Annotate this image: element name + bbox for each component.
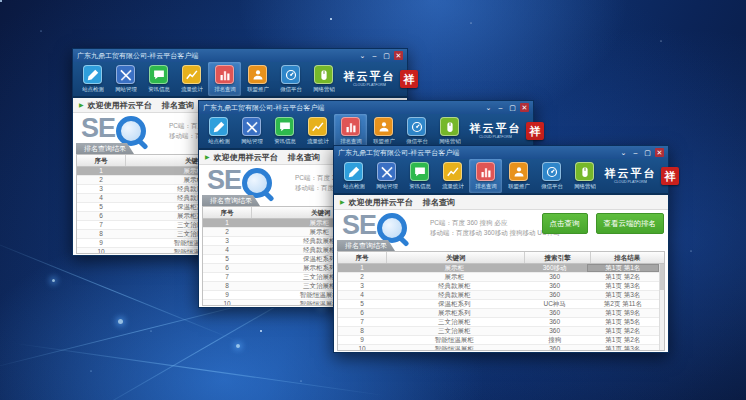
table-row[interactable]: 4经典款展柜360第1页 第3名 bbox=[338, 291, 659, 300]
cell-no: 1 bbox=[77, 167, 125, 175]
toolbar-items: 站点检测网站管理资讯信息流量统计排名查询联盟推广微信平台网络营销 bbox=[76, 62, 340, 96]
tab-rank-results[interactable]: 排名查询结果 bbox=[76, 143, 134, 154]
magnifier-icon bbox=[377, 213, 407, 243]
minimize-button[interactable]: – bbox=[370, 51, 379, 60]
content-area: SE 点击查询 全面领先 PC端：百度 360 搜狗 必应 移动端：百度移动 3… bbox=[334, 210, 668, 352]
toolbar-item-traffic-stats[interactable]: 流量统计 bbox=[175, 62, 208, 96]
toolbar-item-alliance-promo[interactable]: 联盟推广 bbox=[241, 62, 274, 96]
skin-button[interactable]: ⌄ bbox=[358, 51, 367, 60]
brand-name: 祥云平台 bbox=[468, 123, 523, 134]
seo-logo-text: SE bbox=[342, 212, 376, 239]
mouse-icon bbox=[575, 162, 594, 181]
toolbar-item-site-check[interactable]: 站点检测 bbox=[76, 62, 109, 96]
cell-no: 2 bbox=[338, 273, 386, 281]
toolbar-item-alliance-promo[interactable]: 联盟推广 bbox=[367, 114, 400, 148]
engine-list: PC端：百度 360 搜狗 必应 移动端：百度移动 360移动 搜狗移动 UC神… bbox=[430, 218, 560, 238]
window-title: 广东九鼎工贸有限公司-祥云平台客户端 bbox=[77, 49, 358, 62]
table-row[interactable]: 1展示柜360移动第1页 第1名 bbox=[338, 264, 659, 273]
cell-keyword: 展示柜系列 bbox=[386, 309, 522, 317]
line-chart-icon bbox=[182, 65, 201, 84]
cell-no: 10 bbox=[77, 248, 125, 253]
toolbar-item-net-marketing[interactable]: 网络营销 bbox=[568, 159, 601, 193]
pencil-icon bbox=[83, 65, 102, 84]
engine-list-mobile: 移动端：百度移动 360移动 搜狗移动 UC神马 bbox=[430, 228, 560, 238]
rank-results-table: 序号关键词搜索引擎排名结果 1展示柜360移动第1页 第1名2展示柜360第1页… bbox=[337, 251, 665, 351]
toolbar-item-site-manage[interactable]: 网站管理 bbox=[109, 62, 142, 96]
toolbar-item-site-check[interactable]: 站点检测 bbox=[337, 159, 370, 193]
toolbar-item-wechat-platform[interactable]: 微信平台 bbox=[274, 62, 307, 96]
cell-no: 6 bbox=[338, 309, 386, 317]
cell-no: 8 bbox=[338, 327, 386, 335]
table-scrollbar[interactable] bbox=[659, 264, 664, 350]
table-row[interactable]: 7三文治展柜360第1页 第5名 bbox=[338, 318, 659, 327]
brand-logo: 祥云平台 CLOUD PLATFORM 祥 bbox=[466, 114, 546, 148]
tab-rank-results[interactable]: 排名查询结果 bbox=[337, 240, 395, 251]
query-button[interactable]: 点击查询 bbox=[542, 213, 588, 234]
toolbar-item-traffic-stats[interactable]: 流量统计 bbox=[436, 159, 469, 193]
toolbar-item-traffic-stats[interactable]: 流量统计 bbox=[301, 114, 334, 148]
cell-keyword: 智能恒温展柜 bbox=[386, 345, 522, 350]
minimize-button[interactable]: – bbox=[631, 148, 640, 157]
toolbar-item-rank-query[interactable]: 排名查询 bbox=[334, 114, 367, 148]
brand-seal-icon: 祥 bbox=[526, 122, 544, 140]
minimize-button[interactable]: – bbox=[496, 103, 505, 112]
toolbar-items: 站点检测网站管理资讯信息流量统计排名查询联盟推广微信平台网络营销 bbox=[337, 159, 601, 193]
column-header: 序号 bbox=[77, 155, 126, 166]
toolbar-item-net-marketing[interactable]: 网络营销 bbox=[433, 114, 466, 148]
toolbar-item-wechat-platform[interactable]: 微信平台 bbox=[400, 114, 433, 148]
line-chart-icon bbox=[443, 162, 462, 181]
toolbar-item-news-info[interactable]: 资讯信息 bbox=[142, 62, 175, 96]
tab-rank-results[interactable]: 排名查询结果 bbox=[202, 195, 260, 206]
close-button[interactable]: ✕ bbox=[394, 51, 403, 60]
cell-no: 10 bbox=[338, 345, 386, 350]
toolbar-item-alliance-promo[interactable]: 联盟推广 bbox=[502, 159, 535, 193]
toolbar-item-site-manage[interactable]: 网站管理 bbox=[235, 114, 268, 148]
app-window-front: 广东九鼎工贸有限公司-祥云平台客户端 ⌄–▢✕ 站点检测网站管理资讯信息流量统计… bbox=[333, 145, 669, 353]
toolbar-item-site-check[interactable]: 站点检测 bbox=[202, 114, 235, 148]
table-row[interactable]: 9智能恒温展柜搜狗第1页 第2名 bbox=[338, 336, 659, 345]
close-button[interactable]: ✕ bbox=[655, 148, 664, 157]
maximize-button[interactable]: ▢ bbox=[382, 51, 391, 60]
toolbar-item-wechat-platform[interactable]: 微信平台 bbox=[535, 159, 568, 193]
table-row[interactable]: 6展示柜系列360第1页 第9名 bbox=[338, 309, 659, 318]
table-row[interactable]: 2展示柜360第1页 第2名 bbox=[338, 273, 659, 282]
breadcrumb-section: 排名查询 bbox=[423, 197, 455, 208]
skin-button[interactable]: ⌄ bbox=[619, 148, 628, 157]
view-cloud-rank-button[interactable]: 查看云端的排名 bbox=[596, 213, 665, 234]
table-row[interactable]: 8三文治展柜360第1页 第2名 bbox=[338, 327, 659, 336]
column-header: 关键词 bbox=[387, 252, 526, 263]
table-row[interactable]: 3经典款展柜360第1页 第3名 bbox=[338, 282, 659, 291]
brand-subtitle: CLOUD PLATFORM bbox=[614, 180, 647, 184]
toolbar-item-rank-query[interactable]: 排名查询 bbox=[208, 62, 241, 96]
window-controls: ⌄–▢✕ bbox=[358, 51, 403, 60]
cell-engine: 360 bbox=[523, 327, 587, 335]
close-button[interactable]: ✕ bbox=[520, 103, 529, 112]
table-row[interactable]: 10智能恒温展柜360第1页 第3名 bbox=[338, 345, 659, 350]
skin-button[interactable]: ⌄ bbox=[484, 103, 493, 112]
scrollbar-thumb[interactable] bbox=[660, 264, 664, 290]
cell-no: 5 bbox=[77, 203, 125, 211]
breadcrumb-welcome: 欢迎使用祥云平台 bbox=[88, 100, 152, 111]
toolbar: 站点检测网站管理资讯信息流量统计排名查询联盟推广微信平台网络营销 祥云平台 CL… bbox=[334, 159, 668, 195]
maximize-button[interactable]: ▢ bbox=[508, 103, 517, 112]
column-header: 序号 bbox=[338, 252, 387, 263]
cell-engine: 360移动 bbox=[523, 264, 587, 272]
maximize-button[interactable]: ▢ bbox=[643, 148, 652, 157]
cell-engine: 360 bbox=[523, 345, 587, 350]
toolbar-item-label: 资讯信息 bbox=[409, 182, 431, 190]
toolbar-item-news-info[interactable]: 资讯信息 bbox=[403, 159, 436, 193]
toolbar-items: 站点检测网站管理资讯信息流量统计排名查询联盟推广微信平台网络营销 bbox=[202, 114, 466, 148]
toolbar-item-label: 网站管理 bbox=[376, 182, 398, 190]
cell-no: 4 bbox=[338, 291, 386, 299]
toolbar-item-rank-query[interactable]: 排名查询 bbox=[469, 159, 502, 193]
cell-no: 7 bbox=[338, 318, 386, 326]
window-title: 广东九鼎工贸有限公司-祥云平台客户端 bbox=[203, 101, 484, 114]
toolbar-item-news-info[interactable]: 资讯信息 bbox=[268, 114, 301, 148]
cell-engine: UC神马 bbox=[523, 300, 587, 308]
toolbar-item-label: 排名查询 bbox=[214, 85, 236, 93]
table-row[interactable]: 5保温柜系列UC神马第2页 第11名 bbox=[338, 300, 659, 309]
titlebar: 广东九鼎工贸有限公司-祥云平台客户端 ⌄–▢✕ bbox=[199, 101, 533, 114]
cell-rank: 第1页 第1名 bbox=[587, 264, 659, 272]
toolbar-item-site-manage[interactable]: 网站管理 bbox=[370, 159, 403, 193]
toolbar-item-net-marketing[interactable]: 网络营销 bbox=[307, 62, 340, 96]
